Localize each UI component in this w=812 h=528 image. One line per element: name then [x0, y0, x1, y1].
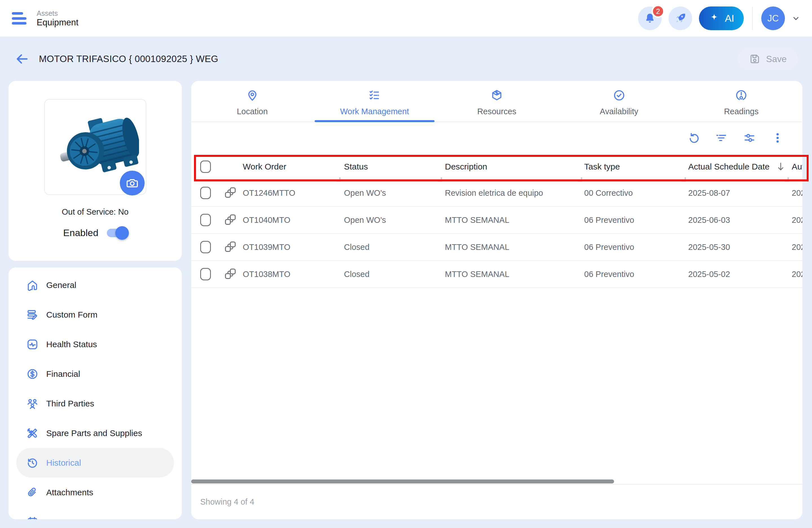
row-actual-schedule-date: 2025-08-07: [683, 188, 786, 198]
work-order-id[interactable]: OT1040MTO: [243, 215, 290, 225]
asset-sections-nav: General Custom Form Health Status Financ…: [9, 267, 182, 519]
row-actual-schedule-date: 2025-05-30: [683, 243, 786, 252]
column-resize-handle[interactable]: [438, 177, 442, 182]
work-order-id[interactable]: OT1246MTTO: [243, 188, 295, 198]
table-toolbar: [191, 122, 802, 154]
work-management-panel: Location Work Management Resources Avail…: [191, 81, 802, 519]
row-task-type: 06 Preventivo: [580, 243, 683, 252]
row-description: Revision eletrica de equipo: [439, 188, 580, 198]
work-order-id[interactable]: OT1039MTO: [243, 243, 290, 252]
column-header-label: Actual Schedule Date: [688, 162, 770, 171]
linked-work-order-icon: [223, 214, 236, 227]
work-order-id[interactable]: OT1038MTO: [243, 270, 290, 279]
table-row[interactable]: OT1038MTO Closed MTTO SEMANAL 06 Prevent…: [191, 261, 802, 288]
check-circle-icon: [613, 89, 626, 102]
sidebar-item-custom-form[interactable]: Custom Form: [9, 300, 182, 329]
out-of-service-status: Out of Service: No: [9, 207, 182, 217]
sidebar-item-label: Health Status: [46, 340, 97, 349]
ai-assistant-button[interactable]: AI: [699, 6, 744, 30]
row-actual-schedule-date: 2025-05-02: [683, 270, 786, 279]
sidebar-item-label: Third Parties: [46, 399, 94, 409]
table-header-row: Work Order Status Description Task type …: [191, 154, 802, 180]
sidebar-item-third-parties[interactable]: Third Parties: [9, 389, 182, 418]
chevron-down-icon[interactable]: [792, 14, 800, 23]
tab-label: Resources: [477, 107, 517, 116]
row-status: Open WO's: [338, 215, 439, 225]
whats-new-button[interactable]: [668, 6, 692, 30]
tab-label: Work Management: [340, 107, 409, 116]
linked-work-order-icon: [223, 186, 236, 199]
column-header-actual-schedule-date[interactable]: Actual Schedule Date: [683, 162, 786, 171]
linked-work-order-icon: [223, 268, 236, 281]
tab-availability[interactable]: Availability: [558, 81, 680, 122]
save-button-label: Save: [766, 54, 787, 64]
row-description: MTTO SEMANAL: [439, 215, 580, 225]
menu-icon[interactable]: [12, 12, 27, 25]
row-auto-clipped: 202: [786, 270, 802, 279]
document-icon: [26, 516, 39, 519]
table-row[interactable]: OT1040MTO Open WO's MTTO SEMANAL 06 Prev…: [191, 207, 802, 234]
tab-label: Location: [237, 107, 268, 116]
sidebar-item-document-management[interactable]: Document Management: [9, 507, 182, 519]
column-resize-handle[interactable]: [578, 177, 582, 182]
enabled-toggle[interactable]: [107, 229, 127, 237]
row-task-type: 06 Preventivo: [580, 215, 683, 225]
row-status: Closed: [338, 270, 439, 279]
tab-work-management[interactable]: Work Management: [314, 81, 436, 122]
row-description: MTTO SEMANAL: [439, 270, 580, 279]
back-button[interactable]: [14, 51, 30, 67]
sidebar-item-health-status[interactable]: Health Status: [9, 329, 182, 359]
row-count-status: Showing 4 of 4: [200, 497, 254, 506]
filter-icon[interactable]: [715, 132, 727, 144]
paperclip-icon: [26, 486, 39, 499]
toggle-knob: [115, 226, 129, 240]
column-header-task-type[interactable]: Task type: [580, 162, 683, 171]
row-checkbox[interactable]: [200, 187, 211, 199]
select-all-checkbox[interactable]: [200, 160, 211, 173]
column-header-description[interactable]: Description: [439, 162, 580, 171]
sort-descending-icon[interactable]: [777, 162, 785, 171]
horizontal-scrollbar[interactable]: [191, 480, 614, 483]
sidebar-item-label: Financial: [46, 369, 80, 379]
sidebar-item-spare-parts[interactable]: Spare Parts and Supplies: [9, 418, 182, 448]
tab-readings[interactable]: Readings: [680, 81, 802, 122]
table-row[interactable]: OT1039MTO Closed MTTO SEMANAL 06 Prevent…: [191, 234, 802, 261]
asset-image-frame: [44, 99, 146, 195]
row-status: Closed: [338, 243, 439, 252]
table-footer: Showing 4 of 4: [191, 484, 802, 519]
refresh-icon[interactable]: [687, 132, 699, 144]
tune-icon[interactable]: [743, 132, 756, 144]
row-checkbox[interactable]: [200, 268, 211, 280]
column-resize-handle[interactable]: [785, 177, 789, 182]
column-header-work-order[interactable]: Work Order: [219, 162, 338, 171]
row-auto-clipped: 202: [786, 243, 802, 252]
notifications-button[interactable]: 2: [638, 6, 662, 30]
divider: [752, 7, 753, 30]
tab-location[interactable]: Location: [191, 81, 314, 122]
row-auto-clipped: 202: [786, 188, 802, 198]
health-icon: [26, 338, 39, 351]
dollar-icon: [26, 368, 39, 381]
sidebar-item-historical[interactable]: Historical: [16, 448, 174, 477]
sidebar-item-attachments[interactable]: Attachments: [9, 477, 182, 507]
more-vert-icon[interactable]: [771, 132, 784, 144]
sparkle-icon: [709, 13, 720, 24]
row-checkbox[interactable]: [200, 214, 211, 226]
column-resize-handle[interactable]: [336, 177, 340, 182]
row-checkbox[interactable]: [200, 241, 211, 253]
avatar[interactable]: JC: [761, 6, 785, 30]
column-header-status[interactable]: Status: [338, 162, 439, 171]
form-icon: [26, 308, 39, 321]
people-icon: [26, 397, 39, 410]
column-resize-handle[interactable]: [682, 177, 686, 182]
save-button[interactable]: Save: [738, 47, 798, 71]
change-photo-button[interactable]: [120, 171, 145, 196]
tab-label: Availability: [600, 107, 638, 116]
column-header-auto-clipped[interactable]: Aut: [786, 162, 802, 171]
table-row[interactable]: OT1246MTTO Open WO's Revision eletrica d…: [191, 180, 802, 207]
notification-count-badge: 2: [652, 5, 665, 18]
sidebar-item-financial[interactable]: Financial: [9, 359, 182, 389]
breadcrumb-page: Equipment: [37, 17, 78, 28]
tab-resources[interactable]: Resources: [436, 81, 558, 122]
sidebar-item-general[interactable]: General: [9, 270, 182, 300]
